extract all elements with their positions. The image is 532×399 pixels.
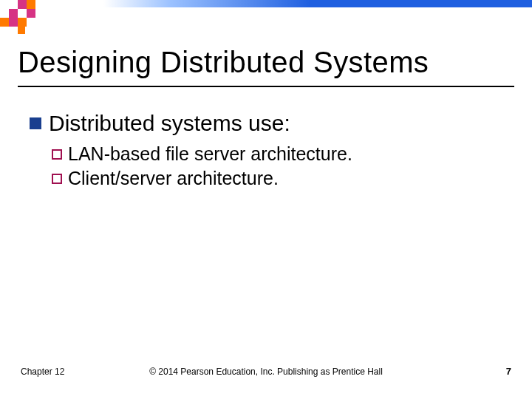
slide-title: Designing Distributed Systems (18, 46, 429, 79)
pixel-icon (18, 27, 25, 34)
header-gradient (0, 0, 532, 7)
footer-copyright: © 2014 Pearson Education, Inc. Publishin… (0, 366, 532, 377)
bullet-level2-text: Client/server architecture. (68, 168, 279, 189)
pixel-icon (27, 0, 35, 9)
slide-body: Distributed systems use: LAN-based file … (30, 111, 502, 189)
pixel-icon (18, 18, 27, 27)
slide: Designing Distributed Systems Distribute… (0, 0, 532, 399)
pixel-icon (9, 18, 18, 27)
bullet-level2-text: LAN-based file server architecture. (68, 143, 352, 165)
bullet-level2: Client/server architecture. (52, 168, 502, 189)
pixel-icon (0, 18, 9, 27)
hollow-square-bullet-icon (52, 149, 62, 160)
footer-page-number: 7 (506, 366, 511, 377)
pixel-icon (9, 9, 18, 18)
pixel-icon (18, 0, 27, 9)
square-bullet-icon (30, 117, 41, 129)
hollow-square-bullet-icon (52, 174, 62, 184)
bullet-level2: LAN-based file server architecture. (52, 143, 502, 165)
bullet-level1: Distributed systems use: (30, 111, 502, 136)
pixel-icon (27, 9, 35, 18)
title-underline (18, 86, 514, 87)
top-decoration (0, 0, 532, 24)
bullet-level1-text: Distributed systems use: (49, 111, 290, 136)
